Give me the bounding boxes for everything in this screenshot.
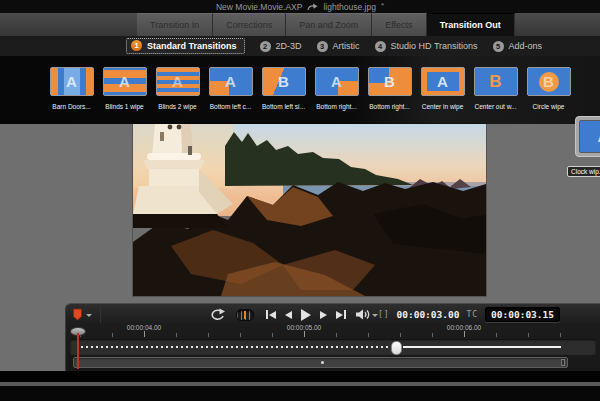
tc-label: TC (466, 310, 478, 319)
ruler-tick (208, 333, 209, 337)
scrollbar-center-mark (321, 361, 324, 364)
duration-readout: 00:00:03.00 (397, 309, 460, 320)
transition-thumbnail: A (421, 67, 465, 96)
category-artistic[interactable]: 3 Artistic (317, 41, 360, 52)
transition-thumbnail: B (368, 67, 412, 96)
transition-thumbnail: A (103, 67, 147, 96)
title-bar: New Movie.Movie.AXP lighthouse.jpg * (0, 0, 600, 13)
ruler-tick (496, 333, 497, 337)
ruler-tick (400, 333, 401, 337)
ruler-label: 00:00:04.00 (127, 324, 161, 331)
category-number-badge: 4 (375, 41, 386, 52)
category-standard-transitions[interactable]: 1 Standard Transitions (126, 38, 245, 54)
step-back-button[interactable] (285, 311, 292, 319)
scrollbar-end-cap (561, 359, 565, 366)
marker-button[interactable] (72, 307, 101, 323)
transition-clock-wipe-hovered[interactable]: A Clock wip... (575, 116, 600, 157)
video-editor-window: New Movie.Movie.AXP lighthouse.jpg * Tra… (0, 0, 600, 401)
transition-blinds-1-wipe[interactable]: A Blinds 1 wipe (98, 56, 151, 110)
file-name: lighthouse.jpg (323, 2, 375, 12)
ruler-tick (368, 333, 369, 337)
category-number-badge: 5 (493, 41, 504, 52)
duration-bracket-icon: [] (378, 310, 390, 319)
ruler-tick (304, 331, 305, 337)
transition-thumbnail: B (474, 67, 518, 96)
transition-thumbnail: B (262, 67, 306, 96)
transition-thumbnail: A (156, 67, 200, 96)
transport-controls-row: [] 00:00:03.00 TC 00:00:03.15 (66, 304, 600, 325)
volume-button[interactable] (356, 309, 378, 320)
loop-playback-button[interactable] (208, 308, 226, 321)
ruler-tick (528, 333, 529, 337)
transition-blinds-2-wipe[interactable]: A Blinds 2 wipe (151, 56, 204, 110)
transition-bottom-left-side[interactable]: B Bottom left si... (257, 56, 310, 110)
ruler-tick (336, 333, 337, 337)
ruler-tick (144, 331, 145, 337)
loop-playback-icon (208, 308, 226, 321)
transition-barn-doors[interactable]: A Barn Doors... (45, 56, 98, 110)
timeline-scrollbar[interactable] (73, 357, 568, 368)
tab-bar: Transition In Corrections Pan and Zoom E… (0, 13, 600, 36)
ruler-label: 00:00:06.00 (447, 324, 481, 331)
redo-arrow-icon (307, 3, 318, 11)
duration-slider-handle[interactable] (391, 341, 402, 355)
tab-effects[interactable]: Effects (372, 13, 426, 36)
ruler-tick (272, 333, 273, 337)
chevron-down-icon (86, 314, 92, 320)
go-to-start-button[interactable] (266, 310, 276, 319)
timecode-readout[interactable]: 00:00:03.15 (485, 307, 560, 322)
transition-thumbnail: A (209, 67, 253, 96)
transition-circle-wipe[interactable]: B Circle wipe (522, 56, 575, 110)
transition-strip: A Barn Doors... A Blinds 1 wipe A Blinds… (0, 56, 600, 124)
category-2d-3d[interactable]: 2 2D-3D (260, 41, 302, 52)
transition-center-out-wipe[interactable]: B Center out w... (469, 56, 522, 110)
transition-thumbnail: B (527, 67, 571, 96)
step-forward-button[interactable] (320, 311, 327, 319)
transition-thumbnail: A (579, 120, 600, 153)
bottom-bar-lower (0, 386, 600, 401)
ruler-tick (464, 331, 465, 337)
ruler-tick (112, 333, 113, 337)
tab-transition-out[interactable]: Transition Out (427, 13, 515, 36)
transition-hover-tooltip: Clock wip... (567, 166, 600, 177)
ruler-tick (560, 333, 561, 337)
category-bar: 1 Standard Transitions 2 2D-3D 3 Artisti… (0, 36, 600, 56)
transition-bottom-right-corner[interactable]: A Bottom right... (310, 56, 363, 110)
category-number-badge: 1 (131, 40, 142, 51)
solid-progress-line (403, 346, 561, 348)
transition-thumbnail: A (315, 67, 359, 96)
go-to-end-button[interactable] (336, 310, 346, 319)
category-number-badge: 3 (317, 41, 328, 52)
modified-asterisk: * (381, 1, 384, 10)
timecode-readouts: [] 00:00:03.00 TC 00:00:03.15 (378, 307, 560, 322)
tab-transition-in[interactable]: Transition In (137, 13, 213, 36)
timeline-ruler[interactable]: 00:00:04.00 00:00:05.00 00:00:06.00 (66, 323, 600, 339)
playhead-line (77, 333, 79, 369)
category-number-badge: 2 (260, 41, 271, 52)
transition-center-in-wipe[interactable]: A Center in wipe (416, 56, 469, 110)
jog-shuttle-slider[interactable] (236, 309, 254, 321)
transition-duration-track[interactable] (70, 339, 596, 355)
transport-panel: [] 00:00:03.00 TC 00:00:03.15 00:00:04.0… (65, 303, 600, 371)
preview-image-lighthouse (133, 124, 486, 296)
ruler-tick (240, 333, 241, 337)
tab-pan-and-zoom[interactable]: Pan and Zoom (286, 13, 372, 36)
marker-flag-icon (72, 308, 83, 321)
volume-icon (356, 309, 370, 320)
jog-center-mark (244, 311, 246, 319)
dotted-progress-line (81, 346, 393, 348)
transport-buttons (266, 309, 346, 321)
ruler-label: 00:00:05.00 (287, 324, 321, 331)
category-studio-hd-transitions[interactable]: 4 Studio HD Transitions (375, 41, 478, 52)
tab-corrections[interactable]: Corrections (213, 13, 286, 36)
lighthouse-photo (133, 124, 486, 296)
ruler-tick (176, 333, 177, 337)
ruler-tick (432, 333, 433, 337)
project-name: New Movie.Movie.AXP (216, 2, 302, 12)
transition-bottom-left-corner[interactable]: A Bottom left c... (204, 56, 257, 110)
transition-bottom-right-side[interactable]: B Bottom right... (363, 56, 416, 110)
bottom-bar-upper (0, 371, 600, 382)
transition-thumbnail: A (50, 67, 94, 96)
category-add-ons[interactable]: 5 Add-ons (493, 41, 543, 52)
play-button[interactable] (301, 309, 311, 321)
